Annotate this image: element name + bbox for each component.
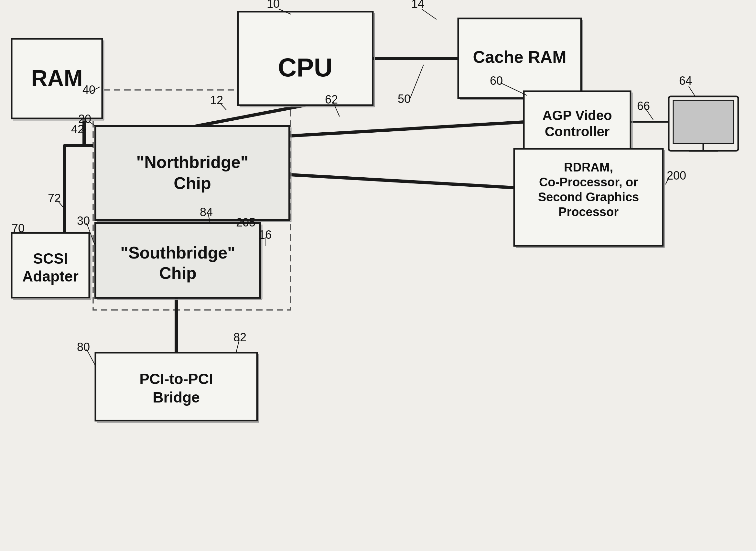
svg-text:72: 72 [50, 190, 62, 203]
diagram-container: CPU Cache RAM RAM "Northbridge" Chip AGP… [0, 0, 756, 551]
svg-text:20: 20 [83, 118, 95, 130]
svg-text:205: 205 [249, 216, 267, 229]
svg-text:CPU: CPU [285, 47, 326, 69]
svg-text:Adapter: Adapter [24, 263, 77, 279]
svg-text:10: 10 [265, 0, 277, 10]
svg-text:Chip: Chip [164, 257, 195, 273]
svg-text:66: 66 [633, 99, 645, 112]
svg-text:SCSI: SCSI [34, 247, 67, 263]
svg-text:Processor: Processor [557, 206, 617, 219]
svg-text:"Northbridge": "Northbridge" [148, 152, 243, 168]
svg-rect-52 [671, 102, 729, 144]
svg-text:16: 16 [256, 229, 268, 242]
svg-text:PCI-to-PCI: PCI-to-PCI [144, 367, 215, 383]
svg-text:62: 62 [265, 103, 277, 115]
svg-text:RAM: RAM [38, 70, 76, 88]
svg-text:Cache RAM: Cache RAM [474, 39, 556, 56]
diagram-svg: CPU Cache RAM RAM "Northbridge" Chip AGP… [0, 0, 756, 551]
svg-text:200: 200 [664, 167, 683, 179]
svg-rect-25 [458, 18, 572, 98]
svg-text:80: 80 [80, 343, 92, 355]
svg-text:12: 12 [204, 106, 216, 119]
svg-text:RDRAM,: RDRAM, [562, 162, 611, 176]
svg-text:64: 64 [673, 75, 686, 87]
svg-text:Chip: Chip [180, 168, 211, 184]
svg-text:70: 70 [12, 222, 24, 234]
svg-text:Co-Processor, or: Co-Processor, or [537, 177, 636, 190]
svg-text:AGP Video: AGP Video [546, 105, 609, 119]
svg-text:"Southbridge": "Southbridge" [131, 241, 228, 257]
svg-text:Second Graphics: Second Graphics [536, 191, 638, 205]
svg-text:Bridge: Bridge [157, 384, 202, 399]
svg-text:14: 14 [409, 0, 421, 10]
svg-text:60: 60 [488, 74, 501, 86]
svg-text:30: 30 [80, 216, 92, 228]
svg-text:82: 82 [243, 335, 255, 347]
svg-text:Controller: Controller [548, 120, 607, 134]
svg-text:40: 40 [88, 85, 100, 98]
